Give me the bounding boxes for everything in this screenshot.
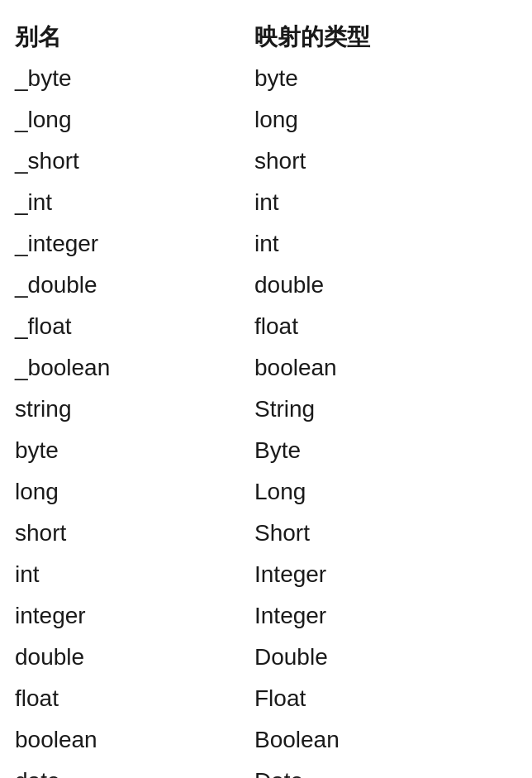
table-row: doubleDouble (8, 637, 524, 678)
cell-alias: integer (8, 599, 248, 633)
cell-alias: _long (8, 103, 248, 137)
cell-alias: float (8, 681, 248, 716)
cell-alias: _byte (8, 61, 248, 96)
cell-type: Double (248, 640, 524, 675)
cell-type: Long (248, 475, 524, 509)
cell-type: byte (248, 61, 524, 96)
table-row: _intint (8, 182, 524, 223)
cell-type: Integer (248, 599, 524, 633)
cell-alias: int (8, 557, 248, 592)
cell-type: Short (248, 516, 524, 551)
cell-type: long (248, 103, 524, 137)
cell-type: double (248, 268, 524, 303)
table-row: shortShort (8, 513, 524, 554)
cell-alias: _double (8, 268, 248, 303)
table-row: _doubledouble (8, 265, 524, 306)
table-row: _bytebyte (8, 58, 524, 99)
cell-type: boolean (248, 351, 524, 385)
table-row: floatFloat (8, 678, 524, 719)
cell-alias: string (8, 392, 248, 427)
type-mapping-table: 别名 映射的类型 _bytebyte_longlong_shortshort_i… (8, 17, 524, 778)
cell-alias: double (8, 640, 248, 675)
header-type: 映射的类型 (248, 20, 524, 55)
cell-alias: short (8, 516, 248, 551)
cell-alias: long (8, 475, 248, 509)
cell-type: int (248, 227, 524, 261)
cell-alias: byte (8, 433, 248, 468)
cell-type: Date (248, 764, 524, 778)
cell-type: String (248, 392, 524, 427)
table-row: intInteger (8, 554, 524, 595)
header-alias: 别名 (8, 20, 248, 55)
cell-alias: _boolean (8, 351, 248, 385)
table-row: byteByte (8, 430, 524, 471)
cell-type: Boolean (248, 723, 524, 757)
table-row: longLong (8, 471, 524, 513)
cell-type: short (248, 144, 524, 179)
cell-alias: _int (8, 185, 248, 220)
cell-type: Integer (248, 557, 524, 592)
cell-alias: _short (8, 144, 248, 179)
table-row: booleanBoolean (8, 719, 524, 761)
table-row: _shortshort (8, 141, 524, 182)
cell-alias: date (8, 764, 248, 778)
cell-alias: _integer (8, 227, 248, 261)
table-row: _integerint (8, 223, 524, 265)
table-row: _booleanboolean (8, 347, 524, 389)
cell-alias: _float (8, 309, 248, 344)
table-row: stringString (8, 389, 524, 430)
cell-type: float (248, 309, 524, 344)
table-row: _longlong (8, 99, 524, 141)
table-header: 别名 映射的类型 (8, 17, 524, 58)
table-row: _floatfloat (8, 306, 524, 347)
table-row: dateDate (8, 761, 524, 778)
cell-type: Float (248, 681, 524, 716)
table-row: integerInteger (8, 595, 524, 637)
cell-type: int (248, 185, 524, 220)
cell-alias: boolean (8, 723, 248, 757)
cell-type: Byte (248, 433, 524, 468)
